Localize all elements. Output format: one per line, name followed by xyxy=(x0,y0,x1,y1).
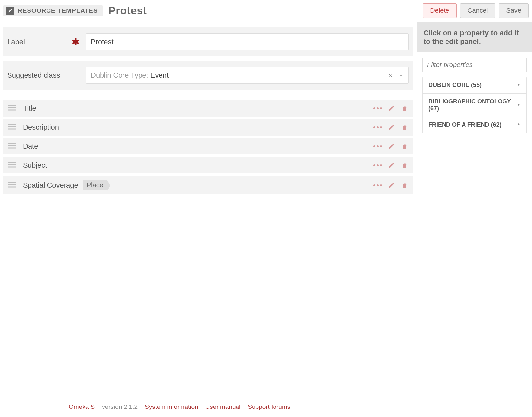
property-row: Subject xyxy=(3,157,413,173)
suggested-class-row: Suggested class Dublin Core Type : Event xyxy=(3,61,413,90)
clear-icon[interactable] xyxy=(388,73,393,78)
footer-app-link[interactable]: Omeka S xyxy=(69,403,95,410)
property-row: Spatial CoveragePlace xyxy=(3,176,413,194)
label-row: Label ✱ xyxy=(3,27,413,56)
ellipsis-icon[interactable] xyxy=(373,164,382,166)
chevron-down-icon[interactable] xyxy=(398,72,404,78)
property-name: Subject xyxy=(23,161,47,170)
chevron-right-icon xyxy=(517,82,521,89)
vocab-item[interactable]: FRIEND OF A FRIEND (62) xyxy=(423,117,526,133)
trash-icon[interactable] xyxy=(401,124,408,131)
drag-handle-icon[interactable] xyxy=(8,142,16,150)
footer-link-user-manual[interactable]: User manual xyxy=(205,403,241,410)
drag-handle-icon[interactable] xyxy=(8,181,16,189)
trash-icon[interactable] xyxy=(401,182,408,189)
delete-button[interactable]: Delete xyxy=(423,3,457,18)
property-row: Date xyxy=(3,138,413,154)
pencil-icon[interactable] xyxy=(388,182,395,189)
property-row: Description xyxy=(3,119,413,136)
property-actions xyxy=(373,105,408,112)
sidebar: Click on a property to add it to the edi… xyxy=(417,22,532,417)
pencil-icon[interactable] xyxy=(388,105,395,112)
chevron-right-icon xyxy=(517,121,521,128)
property-row: Title xyxy=(3,100,413,117)
property-actions xyxy=(373,182,408,189)
select-prefix: Dublin Core Type xyxy=(91,71,146,80)
footer-link-support-forums[interactable]: Support forums xyxy=(248,403,290,410)
page-footer: Omeka S version 2.1.2 System information… xyxy=(3,397,417,417)
vocab-item[interactable]: DUBLIN CORE (55) xyxy=(423,77,526,94)
chevron-right-icon xyxy=(517,102,521,109)
vocab-label: BIBLIOGRAPHIC ONTOLOGY (67) xyxy=(428,98,517,112)
breadcrumb[interactable]: RESOURCE TEMPLATES xyxy=(3,5,103,16)
pencil-icon xyxy=(6,7,14,15)
vocab-list: DUBLIN CORE (55)BIBLIOGRAPHIC ONTOLOGY (… xyxy=(422,77,527,133)
property-name: Date xyxy=(23,142,38,151)
trash-icon[interactable] xyxy=(401,105,408,112)
suggested-class-label: Suggested class xyxy=(7,71,60,80)
footer-version: version 2.1.2 xyxy=(102,403,138,410)
property-name: Title xyxy=(23,104,36,113)
vocab-label: FRIEND OF A FRIEND (62) xyxy=(428,121,502,128)
drag-handle-icon[interactable] xyxy=(8,123,16,131)
breadcrumb-label: RESOURCE TEMPLATES xyxy=(18,7,98,14)
filter-properties-input[interactable] xyxy=(422,58,527,72)
label-field-label: Label xyxy=(7,38,25,46)
pencil-icon[interactable] xyxy=(388,143,395,150)
required-star-icon: ✱ xyxy=(72,37,79,47)
page-header: RESOURCE TEMPLATES Protest Delete Cancel… xyxy=(0,0,532,22)
sidebar-instruction: Click on a property to add it to the edi… xyxy=(417,22,532,52)
ellipsis-icon[interactable] xyxy=(373,184,382,186)
vocab-item[interactable]: BIBLIOGRAPHIC ONTOLOGY (67) xyxy=(423,94,526,117)
drag-handle-icon[interactable] xyxy=(8,161,16,169)
property-actions xyxy=(373,124,408,131)
suggested-class-select[interactable]: Dublin Core Type : Event xyxy=(86,67,409,84)
ellipsis-icon[interactable] xyxy=(373,145,382,147)
trash-icon[interactable] xyxy=(401,143,408,150)
save-button[interactable]: Save xyxy=(499,3,529,18)
property-actions xyxy=(373,162,408,169)
drag-handle-icon[interactable] xyxy=(8,104,16,112)
property-name: Description xyxy=(23,123,59,132)
property-list: TitleDescriptionDateSubjectSpatial Cover… xyxy=(3,100,413,197)
ellipsis-icon[interactable] xyxy=(373,126,382,128)
select-value: Event xyxy=(150,71,169,80)
cancel-button[interactable]: Cancel xyxy=(460,3,495,18)
trash-icon[interactable] xyxy=(401,162,408,169)
property-actions xyxy=(373,143,408,150)
vocab-label: DUBLIN CORE (55) xyxy=(428,82,482,89)
ellipsis-icon[interactable] xyxy=(373,107,382,109)
pencil-icon[interactable] xyxy=(388,124,395,131)
pencil-icon[interactable] xyxy=(388,162,395,169)
page-title: Protest xyxy=(108,4,147,17)
label-input[interactable] xyxy=(86,33,409,50)
property-name: Spatial Coverage xyxy=(23,181,78,190)
footer-link-system-information[interactable]: System information xyxy=(145,403,198,410)
property-badge: Place xyxy=(83,180,107,190)
